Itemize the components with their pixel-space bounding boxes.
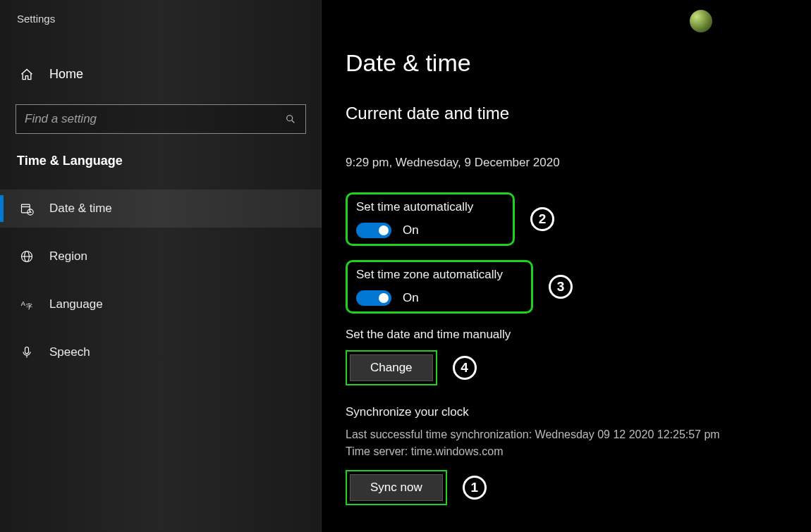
sidebar-item-speech[interactable]: Speech xyxy=(0,333,322,371)
sidebar: Settings Home Time & Language xyxy=(0,0,322,532)
set-tz-auto-label: Set time zone automatically xyxy=(356,268,523,282)
search-input[interactable] xyxy=(25,112,284,126)
set-tz-auto-toggle[interactable] xyxy=(356,290,391,306)
globe-icon xyxy=(20,249,34,264)
set-time-auto-label: Set time automatically xyxy=(356,200,504,214)
language-icon: A 字 xyxy=(20,297,34,311)
sidebar-item-region[interactable]: Region xyxy=(0,237,322,276)
sidebar-item-label: Region xyxy=(49,249,87,264)
svg-text:A: A xyxy=(21,300,26,307)
sidebar-item-date-time[interactable]: Date & time xyxy=(0,190,322,228)
sidebar-item-language[interactable]: A 字 Language xyxy=(0,285,322,323)
svg-rect-12 xyxy=(25,347,29,354)
sidebar-nav-list: Date & time Region A 字 Language xyxy=(0,190,322,371)
svg-point-0 xyxy=(287,116,293,121)
sidebar-item-home[interactable]: Home xyxy=(0,58,322,90)
annotation-callout: 2 xyxy=(530,207,554,231)
set-tz-auto-state: On xyxy=(403,291,419,305)
section-title-current: Current date and time xyxy=(346,104,811,123)
page-title: Date & time xyxy=(346,49,811,77)
annotation-callout: 4 xyxy=(453,356,477,380)
home-icon xyxy=(20,68,34,82)
set-manual-label: Set the date and time manually xyxy=(346,328,811,342)
sync-server: Time server: time.windows.com xyxy=(346,443,811,460)
microphone-icon xyxy=(20,345,34,359)
sync-heading: Synchronize your clock xyxy=(346,405,811,419)
svg-line-6 xyxy=(30,212,32,213)
annotation-highlight-box: Change xyxy=(346,350,437,385)
sidebar-item-home-label: Home xyxy=(49,67,83,82)
sidebar-item-label: Date & time xyxy=(49,202,112,216)
sync-now-button[interactable]: Sync now xyxy=(350,474,443,501)
sidebar-category-title: Time & Language xyxy=(0,154,322,168)
change-button[interactable]: Change xyxy=(350,354,433,381)
svg-line-1 xyxy=(292,120,294,123)
calendar-clock-icon xyxy=(20,202,34,216)
svg-text:字: 字 xyxy=(26,303,32,310)
app-header: Settings xyxy=(0,13,322,25)
sidebar-item-label: Language xyxy=(49,297,103,311)
annotation-highlight-box: Sync now xyxy=(346,470,447,505)
current-datetime: 9:29 pm, Wednesday, 9 December 2020 xyxy=(346,156,811,170)
annotation-highlight-box: Set time automatically On xyxy=(346,192,515,246)
search-icon xyxy=(284,113,297,125)
annotation-highlight-box: Set time zone automatically On xyxy=(346,260,533,314)
sync-last-sync: Last successful time synchronization: We… xyxy=(346,426,811,443)
avatar xyxy=(690,10,712,32)
sidebar-item-label: Speech xyxy=(49,345,90,359)
set-time-auto-toggle[interactable] xyxy=(356,223,391,238)
set-time-auto-state: On xyxy=(403,223,419,237)
annotation-callout: 1 xyxy=(463,476,487,500)
annotation-callout: 3 xyxy=(549,275,573,299)
svg-rect-2 xyxy=(22,204,30,213)
main-content: Date & time Current date and time 9:29 p… xyxy=(322,0,811,532)
search-box[interactable] xyxy=(16,104,306,134)
